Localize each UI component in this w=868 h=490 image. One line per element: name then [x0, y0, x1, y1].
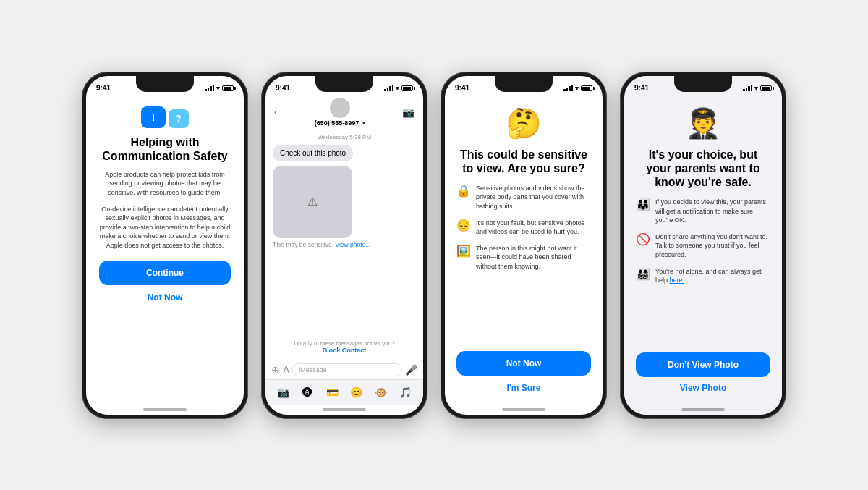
phone-1-status-icons: ▾: [205, 85, 234, 92]
phone-1-content: Helping with Communication Safety Apple …: [86, 96, 244, 405]
phone-1-title: Helping with Communication Safety: [99, 135, 231, 163]
camera-icon[interactable]: ⊕: [271, 364, 280, 376]
list-item-1: 🔒 Sensitive photos and videos show the p…: [456, 184, 591, 211]
phone-3-time: 9:41: [455, 84, 469, 92]
phone-2-screen: 9:41 ▾ ‹ (650) 555-8997 >: [265, 76, 423, 415]
phone-2-wifi-icon: ▾: [396, 85, 399, 92]
phone-1: 9:41 ▾ Helping with Communication Safety: [82, 72, 248, 419]
phone-3-home-indicator: [445, 405, 603, 415]
phone-3-content: 🤔 This could be sensitive to view. Are y…: [445, 96, 603, 405]
list-item-3: 🖼️ The person in this might not want it …: [456, 244, 591, 271]
back-button[interactable]: ‹: [274, 107, 277, 117]
phone-2-notch: [315, 76, 373, 92]
phone-4-wifi-icon: ▾: [754, 85, 758, 92]
message-bubble: Check out this photo: [273, 145, 353, 161]
phone-2-status-icons: ▾: [384, 85, 413, 92]
phone-2-time: 9:41: [276, 84, 290, 92]
phone-4-content: 🧑‍✈️ It's your choice, but your parents …: [624, 96, 782, 405]
phone-1-signal: [205, 85, 214, 91]
phone-4-screen: 9:41 ▾ 🧑‍✈️ It's your choice, but your p…: [624, 76, 782, 415]
phone-4-time: 9:41: [634, 84, 649, 92]
phone-4-status-icons: ▾: [743, 85, 772, 92]
phone-3-status-icons: ▾: [563, 85, 592, 92]
sensitive-notice: This may be sensitive. View photo...: [273, 241, 416, 248]
messages-apps-bar: 📷 🅐 💳 😊 🐵 🎵: [265, 379, 423, 405]
view-photo-link[interactable]: View photo...: [335, 241, 370, 248]
continue-button[interactable]: Continue: [99, 261, 231, 285]
list-item-2: 😔 It's not your fault, but sensitive pho…: [456, 219, 591, 237]
contact-info: (650) 555-8997 >: [315, 98, 365, 127]
phone-1-wifi-icon: ▾: [216, 85, 220, 92]
dont-view-button[interactable]: Don't View Photo: [636, 352, 770, 377]
phone-3-signal: [563, 85, 573, 91]
chat-bubble-1-icon: [141, 106, 166, 128]
parent-list-item-3: 👨‍👩‍👧‍👦 You're not alone, and can always…: [636, 267, 770, 285]
here-link[interactable]: here.: [670, 276, 685, 284]
page-container: 9:41 ▾ Helping with Communication Safety: [67, 57, 801, 434]
block-text: Do any of these messages bother you?: [273, 340, 416, 347]
message-timestamp: Wednesday 5:38 PM: [273, 134, 416, 140]
phone-1-time: 9:41: [96, 84, 111, 92]
phone-4-signal: [743, 85, 752, 91]
parent-item-1-text: If you decide to view this, your parents…: [655, 198, 770, 225]
emoji-icon[interactable]: 😊: [348, 384, 365, 401]
not-now-button-3[interactable]: Not Now: [456, 351, 591, 376]
parents-info-list: 👨‍👩‍👧 If you decide to view this, your p…: [636, 198, 770, 342]
phone-2-content: ‹ (650) 555-8997 > 📷 Wednesday 5:38 PM C…: [265, 96, 423, 405]
contact-avatar: [330, 98, 350, 118]
messages-input-bar: ⊕ A iMessage 🎤: [265, 360, 423, 379]
phone-2: 9:41 ▾ ‹ (650) 555-8997 >: [261, 72, 427, 419]
chat-bubble-2-icon: [169, 109, 189, 128]
phone-1-desc1: Apple products can help protect kids fro…: [99, 170, 231, 198]
phone-4-title: It's your choice, but your parents want …: [636, 148, 770, 190]
item-3-emoji: 🖼️: [456, 244, 471, 258]
sensitive-info-list: 🔒 Sensitive photos and videos show the p…: [456, 184, 591, 341]
parent-item-2-text: Don't share anything you don't want to. …: [655, 232, 770, 260]
not-now-button-1[interactable]: Not Now: [148, 292, 183, 303]
item-2-emoji: 😔: [456, 219, 471, 232]
phone-4-notch: [674, 76, 732, 92]
phone-1-battery: [222, 85, 234, 91]
video-call-button[interactable]: 📷: [402, 106, 414, 118]
photo-placeholder: [273, 166, 352, 238]
im-sure-button[interactable]: I'm Sure: [507, 383, 541, 393]
parent-item-1-emoji: 👨‍👩‍👧: [636, 198, 650, 211]
phone-1-notch: [136, 76, 194, 92]
appstore-icon[interactable]: 🅐: [299, 384, 316, 401]
phone-2-signal: [384, 85, 393, 91]
communication-safety-icon: [141, 106, 189, 128]
memoji-icon[interactable]: 🐵: [372, 384, 389, 401]
phone-3-notch: [495, 76, 553, 92]
item-1-text: Sensitive photos and videos show the pri…: [476, 184, 591, 211]
audio-icon[interactable]: 🎤: [405, 364, 417, 376]
view-photo-button[interactable]: View Photo: [680, 383, 726, 393]
messages-nav: ‹ (650) 555-8997 > 📷: [265, 96, 423, 131]
phone-1-screen: 9:41 ▾ Helping with Communication Safety: [86, 76, 244, 415]
guard-emoji: 🧑‍✈️: [685, 106, 721, 140]
camera-app-icon[interactable]: 📷: [275, 384, 292, 401]
messages-body: Wednesday 5:38 PM Check out this photo T…: [265, 131, 423, 360]
thinking-emoji: 🤔: [506, 106, 542, 140]
item-3-text: The person in this might not want it see…: [476, 244, 591, 271]
phone-3-screen: 9:41 ▾ 🤔 This could be sensitive to view…: [445, 76, 603, 415]
phone-3-battery: [581, 85, 592, 91]
phone-4-battery: [760, 85, 772, 91]
apps-icon[interactable]: A: [283, 364, 289, 376]
phone-1-desc2: On-device intelligence can detect potent…: [99, 205, 231, 250]
phone-4: 9:41 ▾ 🧑‍✈️ It's your choice, but your p…: [620, 72, 786, 419]
contact-name[interactable]: (650) 555-8997 >: [315, 119, 365, 127]
message-input[interactable]: iMessage: [292, 363, 402, 376]
music-icon[interactable]: 🎵: [396, 384, 414, 401]
block-contact-link[interactable]: Block Contact: [273, 347, 416, 354]
parent-list-item-1: 👨‍👩‍👧 If you decide to view this, your p…: [636, 198, 770, 225]
phone-2-home-indicator: [265, 405, 423, 415]
phone-3-wifi-icon: ▾: [575, 85, 579, 92]
pay-icon[interactable]: 💳: [323, 384, 341, 401]
phone-2-battery: [401, 85, 413, 91]
parent-item-2-emoji: 🚫: [636, 232, 650, 246]
phone-3: 9:41 ▾ 🤔 This could be sensitive to view…: [441, 72, 607, 419]
item-2-text: It's not your fault, but sensitive photo…: [476, 219, 591, 237]
phone-1-home-indicator: [86, 405, 244, 415]
phone-4-home-indicator: [624, 405, 782, 415]
parent-item-3-text: You're not alone, and can always get hel…: [655, 267, 770, 285]
